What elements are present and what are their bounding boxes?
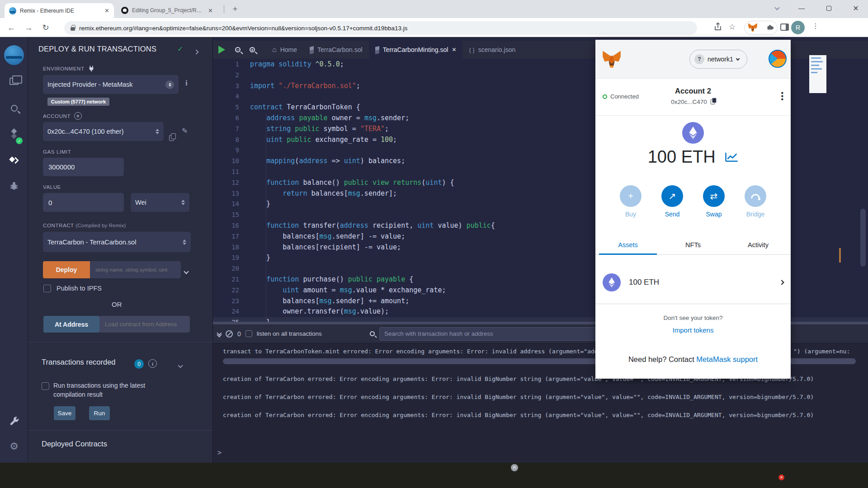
- window-close-button[interactable]: ✕: [846, 2, 866, 14]
- run-script-button[interactable]: [213, 41, 231, 59]
- token-row[interactable]: 100 ETH: [595, 262, 791, 303]
- editor-tab-home[interactable]: ⌂Home: [266, 41, 303, 59]
- bookmark-star-icon[interactable]: ☆: [729, 22, 736, 32]
- import-tokens-link[interactable]: Import tokens: [595, 326, 791, 334]
- edit-account-icon[interactable]: ✎: [182, 127, 188, 135]
- deploy-button[interactable]: Deploy: [43, 261, 90, 278]
- value-unit-select[interactable]: Wei: [131, 193, 189, 212]
- close-tab-icon[interactable]: ✕: [208, 8, 213, 14]
- terminal-prompt[interactable]: >: [217, 449, 222, 457]
- deploy-run-icon[interactable]: [0, 155, 28, 165]
- publish-ipfs-checkbox[interactable]: [43, 285, 51, 292]
- panel-divider: [28, 430, 213, 431]
- browser-tab-github[interactable]: Editing Group_5_Project/READM ✕: [118, 4, 221, 17]
- tab-search-chevron-icon[interactable]: [767, 2, 787, 14]
- window-minimize-button[interactable]: —: [792, 2, 811, 14]
- expand-terminal-icon[interactable]: [217, 332, 221, 336]
- send-button[interactable]: ↗Send: [661, 185, 683, 218]
- close-tab-icon[interactable]: ✕: [452, 47, 456, 53]
- run-button[interactable]: Run: [89, 406, 110, 420]
- browser-menu-icon[interactable]: ⋮: [812, 22, 819, 30]
- terminal-search-input[interactable]: [379, 327, 610, 341]
- buy-button[interactable]: +Buy: [620, 185, 642, 218]
- network-unknown-icon: ?: [694, 54, 704, 64]
- browser-tab-remix[interactable]: Remix - Ethereum IDE ✕: [5, 3, 114, 18]
- line-number: 4: [213, 91, 239, 102]
- zoom-out-icon[interactable]: –: [231, 41, 245, 59]
- settings-gear-icon[interactable]: ⚙: [0, 441, 28, 452]
- remix-logo-icon[interactable]: [0, 45, 28, 65]
- metamask-tab-nfts[interactable]: NFTs: [660, 235, 726, 254]
- zoom-in-icon[interactable]: +: [245, 41, 259, 59]
- editor-tab-scenario-json[interactable]: scenario.json: [462, 41, 522, 59]
- editor-scrollbar[interactable]: [860, 209, 866, 267]
- editor-tab-terracarbonminting-sol[interactable]: TerraCarbonMinting.sol✕: [369, 41, 463, 59]
- save-button[interactable]: Save: [54, 406, 75, 420]
- metamask-extension-icon[interactable]: [748, 22, 758, 34]
- close-tab-icon[interactable]: ✕: [104, 8, 109, 14]
- panel-collapse-chevron-icon[interactable]: [194, 47, 198, 56]
- debugger-icon[interactable]: [0, 181, 28, 191]
- gas-limit-input[interactable]: [43, 158, 124, 176]
- add-account-icon[interactable]: +: [74, 112, 82, 120]
- profile-avatar[interactable]: R: [791, 21, 805, 34]
- search-icon[interactable]: [0, 105, 28, 112]
- environment-info-icon[interactable]: i: [185, 79, 188, 88]
- portfolio-chart-icon[interactable]: [725, 152, 738, 163]
- line-number: 21: [213, 274, 239, 285]
- action-label: Swap: [706, 211, 722, 218]
- action-label: Send: [665, 211, 680, 218]
- metamask-support-link[interactable]: MetaMask support: [696, 355, 758, 363]
- reload-button[interactable]: ↻: [40, 22, 52, 33]
- url-bar[interactable]: remix.ethereum.org/#lang=en&optimize=fal…: [64, 21, 697, 35]
- new-tab-button[interactable]: +: [230, 4, 241, 14]
- swap-button[interactable]: ⇄Swap: [703, 185, 725, 218]
- solidity-compiler-icon[interactable]: ✓: [0, 128, 28, 142]
- side-panel-icon[interactable]: [780, 23, 789, 31]
- metamask-tab-assets[interactable]: Assets: [595, 235, 660, 254]
- contract-value: TerraCarbon - TerraCarbon.sol: [47, 239, 136, 246]
- clear-terminal-icon[interactable]: [226, 330, 233, 338]
- share-icon[interactable]: [713, 22, 722, 33]
- bridge-button[interactable]: Bridge: [745, 185, 766, 218]
- file-explorer-icon[interactable]: [0, 78, 28, 85]
- line-number: 12: [213, 178, 239, 188]
- run-latest-checkbox[interactable]: [42, 382, 49, 390]
- plugin-manager-wrench-icon[interactable]: [0, 416, 28, 426]
- copy-address-icon[interactable]: [711, 99, 715, 104]
- listen-transactions-checkbox[interactable]: [245, 330, 252, 337]
- metamask-tabs: AssetsNFTsActivity: [595, 235, 791, 255]
- transactions-chevron-icon[interactable]: [179, 361, 182, 369]
- account-select[interactable]: 0x20c...4C470 (100 ether): [43, 122, 164, 141]
- value-input[interactable]: [43, 193, 124, 212]
- deploy-expand-chevron-icon[interactable]: [184, 267, 188, 275]
- account-name[interactable]: Account 2: [595, 87, 791, 95]
- account-options-icon[interactable]: •••: [781, 91, 783, 101]
- terminal-error-line[interactable]: creation of TerraCarbon errored: Error e…: [223, 394, 814, 400]
- extensions-pill[interactable]: [744, 21, 778, 35]
- contract-select[interactable]: TerraCarbon - TerraCarbon.sol: [43, 232, 191, 252]
- terminal-error-line[interactable]: transact to TerraCarbonToken.mint errore…: [223, 348, 595, 355]
- tab-title: Remix - Ethereum IDE: [20, 8, 101, 14]
- editor-tab-terracarbon-sol[interactable]: TerraCarbon.sol: [303, 41, 369, 59]
- line-number: 25: [213, 317, 239, 322]
- back-button[interactable]: ←: [5, 22, 17, 33]
- editor-tab-label: TerraCarbonMinting.sol: [383, 46, 448, 53]
- account-address-row[interactable]: 0x20c...C470: [595, 99, 791, 105]
- account-avatar[interactable]: [769, 50, 787, 68]
- at-address-input[interactable]: [99, 316, 190, 333]
- at-address-button[interactable]: At Address: [43, 316, 99, 333]
- line-number: 9: [213, 145, 239, 156]
- network-selector[interactable]: ? network1: [689, 50, 747, 69]
- info-icon[interactable]: i: [148, 359, 157, 368]
- window-maximize-button[interactable]: [819, 2, 839, 14]
- metamask-tab-activity[interactable]: Activity: [726, 235, 791, 254]
- forward-button[interactable]: →: [23, 22, 34, 33]
- copy-account-icon[interactable]: [169, 135, 174, 141]
- terminal-error-line[interactable]: creation of TerraCarbon errored: Error e…: [223, 412, 814, 418]
- eth-balance: 100 ETH: [595, 147, 791, 167]
- deploy-args-input[interactable]: [90, 261, 181, 278]
- environment-select[interactable]: Injected Provider - MetaMask: [43, 75, 179, 94]
- overview-ruler-marker: [839, 248, 841, 263]
- extensions-puzzle-icon[interactable]: [766, 23, 774, 33]
